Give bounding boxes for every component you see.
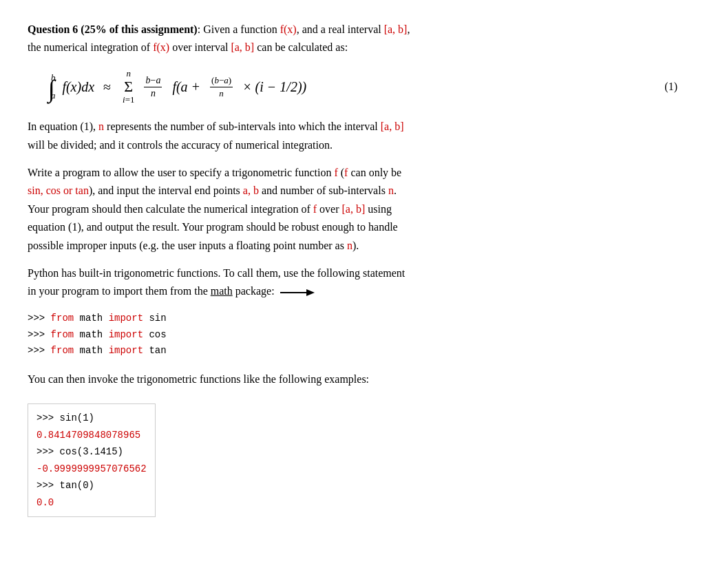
approx-symbol: ≈ <box>100 79 114 95</box>
fx-dx: f(x)dx <box>62 79 94 95</box>
para3-text1: Python has built-in trigonometric functi… <box>28 267 405 279</box>
para2-ab: a, b <box>243 185 259 196</box>
para2-text7: Your program should then calculate the n… <box>28 203 313 215</box>
para3-text2: in your program to import them from the <box>28 285 211 297</box>
intro3: , <box>407 23 410 35</box>
code-cos-call: >>> cos(3.1415) <box>36 443 147 461</box>
paragraph-1: In equation (1), n represents the number… <box>28 118 677 154</box>
times-expression: × (i − 1/2)) <box>239 79 306 95</box>
intro2: , and a real interval <box>297 23 384 35</box>
sigma-expression: n Σ i=1 <box>123 68 134 105</box>
code-import-sin: >>> from math import sin <box>28 311 677 327</box>
para2-text4: ), and input the interval end points <box>89 185 243 196</box>
para1-n: n <box>98 120 104 132</box>
intro1: : Given a function <box>198 23 280 35</box>
sigma-symbol: Σ <box>124 79 133 94</box>
para2-funcs: sin, cos or tan <box>28 185 89 196</box>
para2-text3: can only be <box>348 167 401 178</box>
para2-text8: over <box>317 203 341 215</box>
intro6: can be calculated as: <box>254 41 348 53</box>
fraction-numerator: b−a <box>144 75 162 87</box>
ba-fraction: b−a n <box>144 75 162 99</box>
para2-text2: ( <box>338 167 344 178</box>
para2-ab2: [a, b] <box>341 203 365 215</box>
sup-frac-denominator: n <box>218 87 225 99</box>
para2-text1: Write a program to allow the user to spe… <box>28 167 334 178</box>
code-cos-output: -0.9999999957076562 <box>36 461 147 478</box>
question-title-bold: Question 6 (25% of this assignment) <box>28 23 198 35</box>
para2-n: n <box>388 185 394 196</box>
f-a-plus: f(a + <box>169 79 204 95</box>
code-tan-call: >>> tan(0) <box>36 477 147 494</box>
para1-ab: [a, b] <box>381 120 404 132</box>
fx1: f(x) <box>280 23 297 35</box>
formula-main: ∫ b a f(x)dx ≈ n Σ i=1 b−a n <box>48 68 664 105</box>
equation-number: (1) <box>664 81 677 93</box>
para2-text11: possible improper inputs (e.g. the user … <box>28 240 347 251</box>
integral-expression: ∫ b a <box>48 72 56 101</box>
question-intro: Question 6 (25% of this assignment): Giv… <box>28 21 677 56</box>
superscript-fraction: (b−a) n <box>210 75 233 99</box>
code-import-tan: >>> from math import tan <box>28 343 677 359</box>
sigma-lower: i=1 <box>123 94 134 105</box>
paragraph-4: You can then invoke the trigonometric fu… <box>28 370 677 388</box>
para2-text6: . <box>394 185 397 196</box>
formula-block: ∫ b a f(x)dx ≈ n Σ i=1 b−a n <box>48 68 677 105</box>
intro5: over interval <box>169 41 231 53</box>
code-import-cos: >>> from math import cos <box>28 327 677 344</box>
para2-text9: using <box>365 203 392 215</box>
arrow-icon <box>280 286 315 300</box>
para1-text3: will be divided; and it controls the acc… <box>28 139 333 151</box>
para2-text5: and number of sub-intervals <box>259 185 388 196</box>
question-container: Question 6 (25% of this assignment): Giv… <box>28 21 677 524</box>
fx2: f(x) <box>153 41 169 53</box>
para2-text10: equation (1), and output the result. You… <box>28 221 398 233</box>
integral-lower: a <box>51 90 56 101</box>
question-title-text: Question 6 (25% of this assignment) <box>28 23 198 35</box>
para1-text1: In equation (1), <box>28 120 98 132</box>
intro4: the numerical integration of <box>28 41 153 53</box>
integral-upper: b <box>51 72 56 83</box>
code-tan-output: 0.0 <box>36 494 147 512</box>
math-underlined: math <box>211 285 233 297</box>
fraction-denominator: n <box>149 87 157 99</box>
paragraph-2: Write a program to allow the user to spe… <box>28 164 677 255</box>
code-sin-output: 0.8414709848078965 <box>36 427 147 444</box>
ab1: [a, b] <box>384 23 408 35</box>
ab2: [a, b] <box>231 41 254 53</box>
para1-text2: represents the number of sub-intervals i… <box>104 120 381 132</box>
svg-marker-1 <box>306 289 315 296</box>
para3-text3: package: <box>233 285 275 297</box>
integral-limits: b a <box>51 72 56 101</box>
sup-frac-numerator: (b−a) <box>210 75 233 87</box>
code-examples-block: >>> sin(1) 0.8414709848078965 >>> cos(3.… <box>28 403 156 517</box>
paragraph-3: Python has built-in trigonometric functi… <box>28 264 677 301</box>
code-imports-block: >>> from math import sin >>> from math i… <box>28 311 677 359</box>
para2-text12: ). <box>352 240 359 251</box>
para2-n2: n <box>347 240 352 251</box>
code-sin-call: >>> sin(1) <box>36 410 147 427</box>
